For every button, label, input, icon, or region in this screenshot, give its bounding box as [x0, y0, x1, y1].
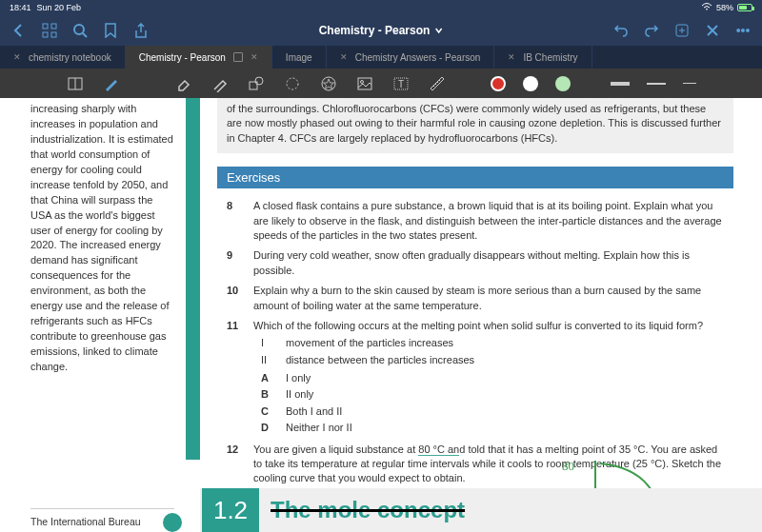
option-text: Neither I nor II — [286, 421, 352, 435]
exercise-list: 8 A closed flask contains a pure substan… — [217, 188, 733, 497]
tab-ib[interactable]: ✕ IB Chemistry — [494, 46, 592, 69]
title-bar: Chemistry - Pearson ••• — [0, 15, 762, 46]
svg-rect-2 — [43, 32, 48, 37]
exercise-10: 10 Explain why a burn to the skin caused… — [217, 281, 733, 316]
tab-answers[interactable]: ✕ Chemistry Answers - Pearson — [327, 46, 495, 69]
option-label: D — [261, 421, 274, 435]
exercise-text: During very cold weather, snow often gra… — [253, 248, 724, 278]
option-label: B — [261, 387, 274, 402]
status-date: Sun 20 Feb — [37, 3, 82, 12]
exercise-number: 12 — [227, 443, 244, 486]
close-icon[interactable] — [705, 23, 720, 38]
section-number: 1.2 — [202, 488, 259, 532]
redo-icon[interactable] — [644, 23, 659, 38]
exercise-text: A closed flask contains a pure substance… — [253, 199, 724, 243]
svg-point-9 — [287, 78, 298, 89]
exercise-text: Which of the following occurs at the mel… — [253, 320, 703, 331]
close-icon[interactable]: ✕ — [508, 52, 515, 62]
svg-point-4 — [74, 25, 84, 34]
eraser-icon[interactable] — [174, 74, 193, 93]
section-header: 1.2 The mole concept — [200, 488, 762, 532]
option-text: II only — [286, 387, 313, 402]
back-icon[interactable] — [11, 23, 27, 38]
status-bar: 18:41 Sun 20 Feb ••• 58% — [0, 0, 762, 15]
annotated-text: 80 °C an — [418, 443, 459, 456]
wifi-icon — [701, 2, 712, 13]
section-title: The mole concept — [271, 497, 465, 523]
bookmark-icon[interactable] — [103, 23, 118, 38]
exercise-8: 8 A closed flask contains a pure substan… — [217, 196, 733, 246]
tab-label: chemistry notebook — [29, 52, 111, 63]
lasso-icon[interactable] — [283, 74, 302, 93]
read-mode-icon[interactable] — [66, 74, 85, 93]
tab-notebook[interactable]: ✕ chemistry notebook — [0, 46, 126, 69]
status-time: 18:41 — [10, 3, 31, 12]
ruler-icon[interactable] — [428, 74, 447, 93]
exercise-number: 8 — [227, 199, 244, 243]
exercise-number: 11 — [227, 319, 244, 437]
svg-rect-1 — [51, 24, 56, 29]
stroke-thick[interactable] — [611, 82, 630, 86]
tab-label: IB Chemistry — [523, 52, 577, 63]
svg-rect-0 — [43, 24, 48, 29]
sidebar-footer-text: The International Bureau — [30, 515, 141, 529]
exercise-9: 9 During very cold weather, snow often g… — [217, 246, 733, 281]
svg-point-8 — [255, 77, 263, 85]
sketch-label-top: 80 — [562, 459, 574, 473]
tab-label: Chemistry Answers - Pearson — [355, 52, 481, 63]
tab-label: Image — [286, 52, 312, 63]
tab-image[interactable]: Image — [272, 46, 327, 69]
search-icon[interactable] — [72, 23, 88, 38]
text-icon[interactable]: T — [391, 74, 411, 93]
image-icon[interactable] — [355, 74, 374, 93]
intro-box: of the surroundings. Chlorofluorocarbons… — [217, 98, 733, 153]
exercises-header: Exercises — [217, 167, 733, 188]
close-icon[interactable]: ✕ — [13, 52, 21, 62]
exercise-text: Explain why a burn to the skin caused by… — [253, 284, 724, 313]
favorites-icon[interactable] — [319, 74, 338, 93]
shapes-icon[interactable] — [247, 74, 266, 93]
tab-bar: ✕ chemistry notebook Chemistry - Pearson… — [0, 46, 762, 69]
split-icon[interactable] — [233, 52, 243, 62]
globe-icon — [163, 513, 182, 532]
color-green[interactable] — [555, 76, 571, 91]
svg-rect-11 — [358, 78, 371, 89]
grid-icon[interactable] — [42, 23, 57, 38]
option-label: C — [261, 404, 274, 419]
battery-icon — [737, 4, 752, 11]
close-icon[interactable]: ✕ — [340, 52, 348, 62]
stroke-medium[interactable] — [647, 83, 666, 85]
more-icon[interactable]: ••• — [735, 23, 751, 38]
color-white[interactable] — [523, 76, 538, 91]
roman-label: II — [261, 353, 274, 367]
color-red[interactable] — [491, 76, 506, 91]
pen-icon[interactable] — [102, 74, 121, 93]
share-icon[interactable] — [133, 23, 149, 38]
undo-icon[interactable] — [613, 23, 629, 38]
exercise-number: 9 — [227, 248, 244, 278]
roman-text: movement of the particles increases — [286, 336, 453, 350]
stroke-thin[interactable] — [683, 83, 696, 84]
highlighter-icon[interactable] — [211, 74, 230, 93]
main-column: of the surroundings. Chlorofluorocarbons… — [200, 98, 762, 532]
roman-text: distance between the particles increases — [286, 353, 474, 367]
sidebar-text: increasing sharply with increases in pop… — [30, 102, 174, 375]
chevron-down-icon[interactable] — [433, 26, 443, 35]
tab-pearson[interactable]: Chemistry - Pearson ✕ — [126, 46, 272, 69]
tab-label: Chemistry - Pearson — [139, 52, 226, 63]
battery-percent: 58% — [716, 3, 733, 12]
page-content[interactable]: increasing sharply with increases in pop… — [0, 98, 762, 532]
page-title[interactable]: Chemistry - Pearson — [319, 24, 431, 37]
add-icon[interactable] — [674, 23, 690, 38]
svg-point-12 — [361, 80, 364, 83]
sidebar-text-column: increasing sharply with increases in pop… — [0, 98, 186, 532]
margin-bar — [186, 98, 200, 460]
exercise-11: 11 Which of the following occurs at the … — [217, 316, 733, 440]
option-text: I only — [286, 371, 311, 385]
option-label: A — [261, 371, 274, 385]
option-text: Both I and II — [286, 404, 342, 419]
svg-rect-3 — [51, 32, 56, 37]
exercise-number: 10 — [227, 284, 244, 313]
close-icon[interactable]: ✕ — [251, 52, 258, 62]
svg-text:T: T — [398, 79, 404, 89]
